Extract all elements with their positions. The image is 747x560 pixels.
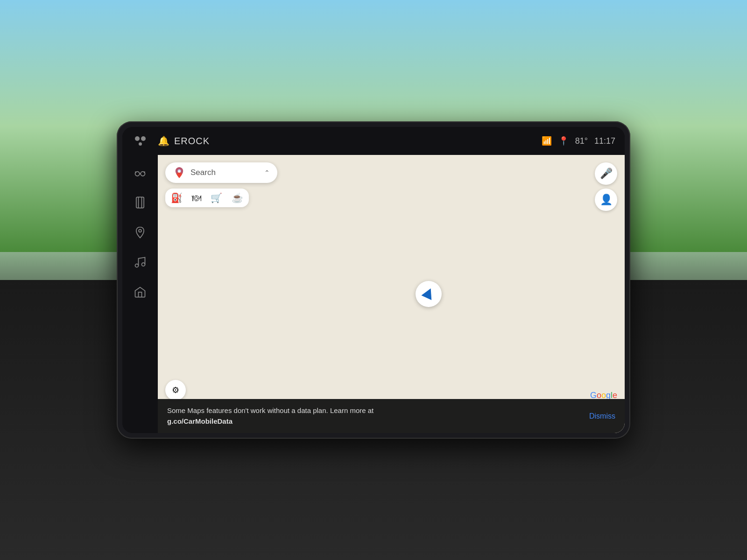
notification-text: Some Maps features don't work without a … — [167, 406, 374, 427]
svg-point-5 — [139, 230, 141, 232]
assistant-dot-2 — [141, 136, 146, 141]
notification-line2: g.co/CarMobileData — [167, 417, 233, 425]
settings-button[interactable]: ⚙ — [165, 380, 186, 400]
google-letter-g: G — [590, 391, 597, 400]
car-display-unit: 🔔 EROCK 📶 📍 81° 11:17 — [117, 121, 630, 439]
assistant-dot-1 — [135, 136, 140, 141]
svg-rect-2 — [136, 197, 144, 208]
search-bar-container[interactable]: Search ⌃ — [165, 162, 277, 183]
account-button[interactable]: 👤 — [595, 189, 617, 211]
assistant-dots — [135, 136, 146, 146]
station-name: EROCK — [174, 136, 210, 147]
coffee-icon[interactable]: ☕ — [232, 192, 243, 203]
notification-banner: Some Maps features don't work without a … — [158, 399, 625, 433]
bell-icon[interactable]: 🔔 — [158, 135, 169, 147]
home-icon — [134, 286, 147, 299]
microphone-icon: 🎤 — [600, 168, 613, 180]
map-area[interactable]: Search ⌃ ⛽ 🍽 🛒 ☕ 🎤 👤 — [158, 155, 625, 433]
location-icon: 📍 — [558, 136, 569, 146]
sidebar-item-glasses[interactable] — [130, 164, 150, 181]
chevron-up-icon[interactable]: ⌃ — [264, 169, 270, 176]
phone-frame-icon — [134, 196, 147, 209]
shopping-icon[interactable]: 🛒 — [211, 192, 222, 203]
clock-display: 11:17 — [594, 136, 615, 146]
nav-arrow-triangle — [421, 286, 436, 300]
navigation-arrow — [416, 281, 442, 307]
map-controls-right: 🎤 👤 — [595, 162, 617, 211]
sidebar-item-location[interactable] — [130, 224, 150, 241]
restaurant-icon[interactable]: 🍽 — [192, 193, 201, 203]
display-inner: 🔔 EROCK 📶 📍 81° 11:17 — [122, 127, 625, 433]
gas-station-icon[interactable]: ⛽ — [171, 192, 183, 203]
google-letter-o1: o — [597, 391, 601, 400]
microphone-button[interactable]: 🎤 — [595, 162, 617, 185]
wifi-icon: 📶 — [542, 136, 552, 146]
sidebar-item-phone[interactable] — [130, 194, 150, 211]
dismiss-button[interactable]: Dismiss — [589, 412, 615, 420]
google-maps-pin-icon — [173, 166, 186, 179]
assistant-dot-3 — [139, 142, 142, 146]
status-bar: 🔔 EROCK 📶 📍 81° 11:17 — [122, 127, 625, 155]
glasses-icon — [134, 166, 147, 179]
search-input[interactable]: Search — [190, 168, 260, 177]
svg-point-7 — [142, 263, 145, 266]
google-letter-e: e — [613, 391, 617, 400]
sidebar — [122, 155, 158, 433]
temperature-display: 81° — [575, 136, 588, 146]
sidebar-item-home[interactable] — [130, 284, 150, 301]
google-assistant-icon[interactable] — [130, 131, 150, 151]
nav-arrow-shape — [416, 281, 442, 307]
notification-line1: Some Maps features don't work without a … — [167, 406, 374, 414]
account-icon: 👤 — [600, 194, 613, 206]
quick-actions-bar: ⛽ 🍽 🛒 ☕ — [165, 189, 249, 207]
google-letter-o2: o — [601, 391, 606, 400]
status-right: 📶 📍 81° 11:17 — [542, 136, 615, 146]
svg-point-6 — [135, 264, 139, 267]
music-icon — [134, 256, 147, 269]
settings-icon: ⚙ — [172, 385, 179, 395]
status-title-area: 🔔 EROCK — [158, 135, 542, 147]
sidebar-item-music[interactable] — [130, 254, 150, 271]
google-letter-g2: g — [606, 391, 611, 400]
main-content: Search ⌃ ⛽ 🍽 🛒 ☕ 🎤 👤 — [122, 155, 625, 433]
location-pin-icon — [134, 226, 147, 239]
